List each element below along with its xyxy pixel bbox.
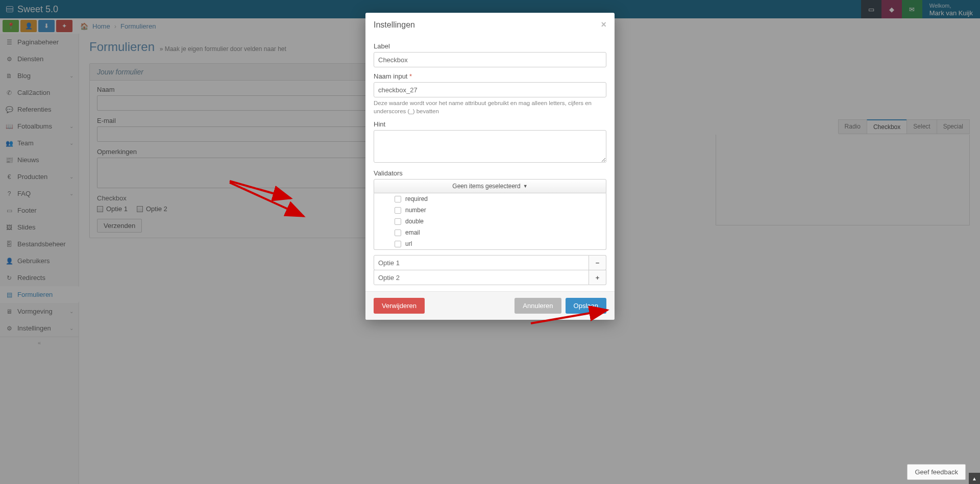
name-label-text: Naam input xyxy=(374,72,407,80)
modal-name-hint: Deze waarde wordt voor het name attribuu… xyxy=(374,99,606,115)
validators-placeholder: Geen items geselecteerd xyxy=(452,183,520,190)
validator-option-email[interactable]: email xyxy=(374,227,606,238)
validator-label: number xyxy=(405,207,426,214)
checkbox-icon xyxy=(395,230,401,236)
modal-footer: Verwijderen Annuleren Opslaan xyxy=(365,291,615,320)
required-star: * xyxy=(409,72,412,80)
modal-input-label[interactable] xyxy=(374,52,606,67)
modal-label-hint: Hint xyxy=(374,120,606,128)
modal-title: Instellingen xyxy=(374,20,415,30)
validator-label: double xyxy=(405,218,424,225)
modal-body: Label Naam input * Deze waarde wordt voo… xyxy=(365,35,615,291)
modal-overlay: Instellingen × Label Naam input * Deze w… xyxy=(0,0,980,484)
checkbox-icon xyxy=(395,241,401,247)
validator-label: required xyxy=(405,195,428,202)
validator-option-number[interactable]: number xyxy=(374,205,606,216)
validators-dropdown-list: requirednumberdoubleemailurl xyxy=(374,193,606,250)
feedback-button[interactable]: Geef feedback xyxy=(907,464,966,480)
checkbox-icon xyxy=(395,207,401,214)
validator-label: url xyxy=(405,240,412,247)
settings-modal: Instellingen × Label Naam input * Deze w… xyxy=(365,13,615,320)
option-row-2: + xyxy=(374,270,606,285)
checkbox-icon xyxy=(395,218,401,225)
checkbox-icon xyxy=(395,196,401,202)
modal-label-validators: Validators xyxy=(374,169,606,177)
modal-label-label: Label xyxy=(374,42,606,50)
modal-header: Instellingen × xyxy=(365,13,615,35)
option-input-1[interactable] xyxy=(374,255,589,270)
validator-option-double[interactable]: double xyxy=(374,216,606,227)
scroll-top-icon[interactable]: ▲ xyxy=(969,473,980,484)
option-row-1: − xyxy=(374,255,606,270)
validator-option-required[interactable]: required xyxy=(374,193,606,205)
add-option-icon[interactable]: + xyxy=(589,270,606,285)
validator-option-url[interactable]: url xyxy=(374,238,606,249)
chevron-down-icon: ▼ xyxy=(523,184,528,189)
modal-input-name[interactable] xyxy=(374,82,606,97)
modal-label-name: Naam input * xyxy=(374,72,606,80)
remove-option-icon[interactable]: − xyxy=(589,255,606,270)
delete-button[interactable]: Verwijderen xyxy=(374,298,425,314)
modal-input-hint[interactable] xyxy=(374,130,606,163)
option-input-2[interactable] xyxy=(374,270,589,285)
close-icon[interactable]: × xyxy=(601,19,606,30)
cancel-button[interactable]: Annuleren xyxy=(514,298,561,314)
validators-dropdown-toggle[interactable]: Geen items geselecteerd ▼ xyxy=(374,179,606,193)
validator-label: email xyxy=(405,229,420,236)
save-button[interactable]: Opslaan xyxy=(566,298,606,314)
